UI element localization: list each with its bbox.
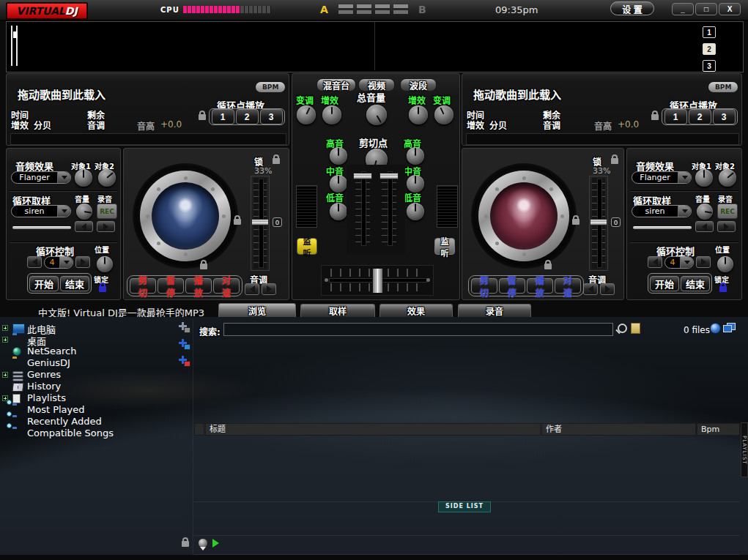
minimize-button[interactable]: _ [672,3,694,15]
fx-a-loop-half-button[interactable] [27,256,42,268]
fx-a-sample-select[interactable]: siren [11,205,71,217]
fx-a-rec-button[interactable]: REC [97,204,117,219]
lock-icon[interactable] [719,286,727,292]
chevron-down-icon[interactable] [59,257,73,268]
eq-high-left-knob[interactable] [330,147,347,165]
deck-b-cue-3-button[interactable]: 3 [713,109,736,124]
expand-icon[interactable] [2,372,8,378]
tab-record[interactable]: 录音 [458,304,531,317]
fx-a-effect-select[interactable]: Flanger [11,171,71,184]
add-folder-button[interactable] [179,322,190,333]
fx-b-next-button[interactable] [717,221,736,232]
column-header-bpm[interactable]: Bpm [697,423,740,436]
fx-a-sample-position-slider[interactable] [12,226,71,229]
deck-a-play-button[interactable]: 播放 [185,278,212,294]
search-icon[interactable] [618,324,627,333]
mixer-left-gain-knob[interactable] [322,105,341,124]
fx-a-loop-end-button[interactable]: 结束 [60,276,89,291]
tree-item-most-played[interactable]: Most Played [0,404,190,416]
tab-eq[interactable]: 波段 [400,78,437,92]
crossfader-handle[interactable] [372,268,383,294]
fx-a-position-knob[interactable] [97,256,113,272]
fx-a-loop-start-button[interactable]: 开始 [29,276,59,291]
lock-icon[interactable] [651,114,659,120]
deck-b-cue-2-button[interactable]: 2 [689,109,711,124]
jog-a-pitch-reset-button[interactable]: 0 [273,217,282,227]
deck-b-cut-button[interactable]: 剪切 [471,278,497,294]
mixer-right-gain-knob[interactable] [409,105,428,124]
fx-a-loop-double-button[interactable] [75,256,90,268]
jog-b-pitch-reset-button[interactable]: 0 [611,217,621,227]
sidelist-play-icon[interactable] [212,539,219,548]
expand-icon[interactable] [2,325,8,331]
deck-b-bpm-badge[interactable]: BPM [708,82,738,92]
fx-b-loop-end-button[interactable]: 结束 [681,276,710,291]
fx-b-loop-half-button[interactable] [648,256,662,268]
fx-b-position-knob[interactable] [717,256,733,272]
tree-item-geniusdj[interactable]: GeniusDJ [0,357,190,369]
deck-a-cue-3-button[interactable]: 3 [260,109,283,124]
chevron-down-icon[interactable] [57,172,70,183]
lock-icon[interactable] [544,264,552,269]
eq-mid-left-knob[interactable] [330,175,347,193]
deck-a-bpm-badge[interactable]: BPM [256,82,285,92]
eq-low-left-knob[interactable] [330,203,347,220]
lock-icon[interactable] [611,158,618,164]
eq-low-right-knob[interactable] [407,203,424,220]
chevron-down-icon[interactable] [57,206,70,217]
lock-icon[interactable] [99,286,106,292]
fx-b-volume-knob[interactable] [697,204,713,220]
tree-item-netsearch[interactable]: NetSearch [0,346,190,357]
chevron-down-icon[interactable] [678,172,691,183]
close-button[interactable]: X [719,3,741,15]
tree-item-history[interactable]: History [0,381,190,392]
jog-wheel-right[interactable] [471,163,577,269]
column-header-blank[interactable] [194,423,204,436]
fx-a-loop-length-select[interactable]: 4 [44,256,73,269]
chevron-down-icon[interactable] [680,257,693,268]
lock-icon[interactable] [572,219,579,225]
netsearch-icon[interactable] [710,323,721,334]
wave-zoom-1-button[interactable]: 1 [703,26,716,38]
deck-b-sync-button[interactable]: 对速 [555,278,581,294]
eq-high-right-knob[interactable] [407,147,424,165]
mixer-right-pitch-knob[interactable] [434,105,453,124]
lock-icon[interactable] [234,219,241,225]
deck-a-cue-1-button[interactable]: 1 [212,109,234,124]
monitor-left-button[interactable]: 监听 [297,238,317,255]
deck-b-play-button[interactable]: 播放 [527,278,553,294]
jog-wheel-left[interactable] [133,163,238,269]
deck-a-sync-button[interactable]: 对速 [213,278,240,294]
lock-icon[interactable] [273,158,280,164]
fx-a-next-button[interactable] [97,221,115,232]
jog-b-key-up-button[interactable] [600,283,615,295]
fx-b-sample-position-slider[interactable] [633,226,692,229]
pitch-slider-handle[interactable] [251,219,269,225]
tree-item-playlists[interactable]: Playlists [0,392,190,404]
monitor-right-button[interactable]: 监听 [434,238,455,255]
fader-handle[interactable] [353,173,372,179]
deck-a-cue-2-button[interactable]: 2 [236,109,259,124]
jog-a-key-up-button[interactable] [262,283,276,295]
fx-a-prev-button[interactable] [75,221,93,232]
column-header-artist[interactable]: 作者 [541,423,696,436]
eq-mid-right-knob[interactable] [407,175,424,193]
wave-zoom-3-button[interactable]: 3 [703,60,716,72]
fx-b-loop-length-select[interactable]: 4 [664,256,694,269]
search-notes-icon[interactable] [631,323,640,334]
mixer-left-pitch-knob[interactable] [297,105,316,124]
pitch-slider-handle[interactable] [590,219,607,225]
master-volume-knob[interactable] [366,105,387,125]
tree-item-desktop[interactable]: 桌面 [0,334,190,346]
tree-item-recently-added[interactable]: Recently Added [0,416,190,428]
tab-effects[interactable]: 效果 [379,304,453,317]
expand-icon[interactable] [2,337,8,343]
volume-fader-left[interactable] [353,169,372,248]
deck-b-pause-button[interactable]: 暂停 [499,278,525,294]
deck-a-pause-button[interactable]: 暂停 [158,278,184,294]
playlist-vertical-tab[interactable]: PLAYLIST [741,422,748,477]
fx-b-loop-start-button[interactable]: 开始 [650,276,679,291]
tree-item-compatible-songs[interactable]: Compatible Songs [0,428,190,439]
volume-fader-right[interactable] [379,169,399,248]
lock-icon[interactable] [199,114,206,120]
